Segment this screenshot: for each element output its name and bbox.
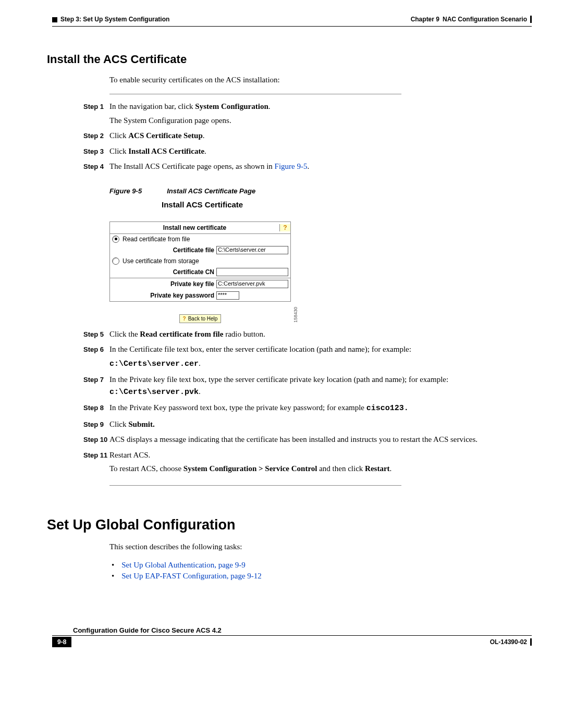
section-heading: Set Up Global Configuration	[47, 517, 532, 533]
page-number: 9-8	[52, 637, 71, 647]
panel-header: Install new certificate ?	[110, 222, 290, 234]
help-icon: ?	[183, 316, 186, 322]
section-intro: This section describes the following tas…	[109, 542, 532, 551]
step-9: Step 9 Click Submit.	[83, 418, 532, 433]
pkpass-input[interactable]: ****	[216, 291, 239, 300]
certfile-input[interactable]: C:\Certs\server.cer	[216, 246, 288, 254]
pkpass-label: Private key password	[112, 292, 216, 299]
radio-use-from-storage[interactable]: Use certificate from storage	[110, 256, 290, 266]
certcn-input[interactable]	[216, 268, 288, 276]
figure-title: Install ACS Certificate	[162, 200, 532, 209]
radio-read-from-file[interactable]: Read certificate from file	[110, 234, 290, 244]
step-1: Step 1 In the navigation bar, click Syst…	[83, 101, 532, 128]
chapter-title: NAC Configuration Scenario	[443, 16, 527, 23]
step-8: Step 8 In the Private Key password text …	[83, 402, 532, 417]
pkfile-input[interactable]: C:Certs\server.pvk	[216, 280, 288, 288]
step-4: Step 4 The Install ACS Certificate page …	[83, 161, 532, 175]
step-2: Step 2 Click ACS Certificate Setup.	[83, 130, 532, 144]
figure-id: 158430	[293, 307, 298, 323]
radio-unselected-icon	[112, 257, 119, 265]
step-5: Step 5 Click the Read certificate from f…	[83, 328, 532, 342]
step-11: Step 11 Restart ACS. To restart ACS, cho…	[83, 449, 532, 477]
doc-id: OL-14390-02	[490, 638, 532, 646]
section-heading: Install the ACS Certificate	[47, 53, 532, 66]
xref-link[interactable]: Set Up EAP-FAST Configuration, page 9-12	[109, 572, 532, 581]
figure-caption: Figure 9-5Install ACS Certificate Page	[109, 187, 532, 195]
section-intro: To enable security certificates on the A…	[109, 76, 532, 84]
chapter-number: Chapter 9	[411, 16, 439, 23]
page-footer: Configuration Guide for Cisco Secure ACS…	[52, 622, 532, 647]
back-to-help-button[interactable]: ? Back to Help	[179, 314, 222, 323]
pkfile-label: Private key file	[112, 280, 216, 288]
help-icon[interactable]: ?	[279, 224, 290, 231]
guide-title: Configuration Guide for Cisco Secure ACS…	[73, 626, 532, 634]
figure-9-5: Install ACS Certificate Install new cert…	[109, 200, 532, 323]
xref-link[interactable]: Set Up Global Authentication, page 9-9	[109, 561, 532, 570]
step-6: Step 6 In the Certificate file text box,…	[83, 343, 532, 372]
figure-link[interactable]: Figure 9-5	[275, 162, 308, 170]
breadcrumb: Step 3: Set Up System Configuration	[60, 16, 169, 23]
radio-selected-icon	[112, 236, 119, 243]
certfile-label: Certificate file	[112, 246, 216, 254]
certcn-label: Certificate CN	[112, 268, 216, 276]
step-10: Step 10 ACS displays a message indicatin…	[83, 434, 532, 448]
step-3: Step 3 Click Install ACS Certificate.	[83, 145, 532, 159]
page-header: Step 3: Set Up System Configuration Chap…	[52, 16, 532, 23]
step-7: Step 7 In the Private key file text box,…	[83, 374, 532, 400]
